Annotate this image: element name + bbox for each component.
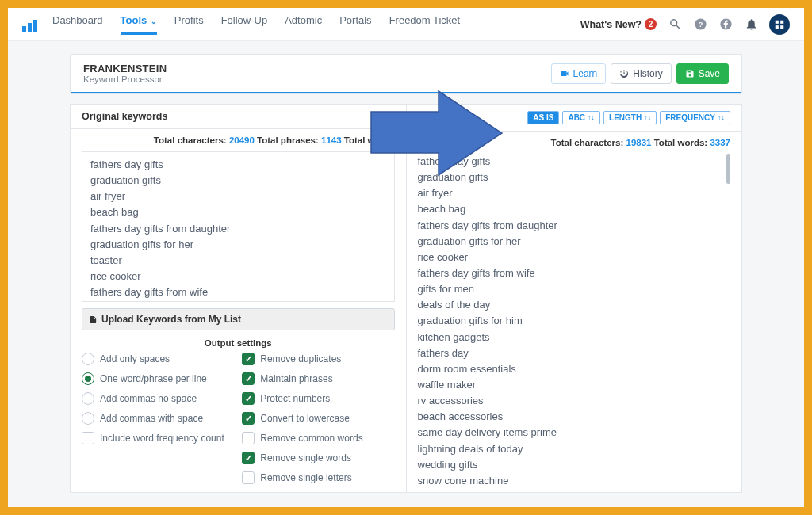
keyword-line: fathers day gifts from daughter (90, 221, 386, 237)
setting-option[interactable]: Maintain phrases (242, 372, 394, 385)
nav-dashboard[interactable]: Dashboard (52, 14, 103, 35)
original-panel: Original keywords Total characters: 2049… (70, 104, 407, 493)
learn-button[interactable]: Learn (551, 63, 607, 84)
check-icon (242, 452, 255, 464)
result-line: kitchen gadgets (418, 330, 731, 345)
setting-label: Convert to lowercase (260, 413, 350, 424)
setting-option[interactable]: One word/phrase per line (82, 372, 234, 385)
check-icon (242, 392, 255, 405)
setting-option[interactable]: Add commas with space (82, 412, 234, 425)
setting-label: Remove common words (260, 433, 362, 444)
output-settings: Add only spacesOne word/phrase per lineA… (71, 353, 406, 492)
main-nav: Dashboard Tools ⌄ Profits Follow-Up Adto… (52, 14, 460, 35)
result-line: fathers day (418, 345, 731, 361)
whats-new-link[interactable]: What's New? 2 (580, 18, 657, 30)
result-heading: Result (418, 113, 448, 124)
svg-rect-4 (780, 20, 783, 23)
setting-label: Include word frequency count (100, 433, 224, 444)
setting-option[interactable]: Remove duplicates (242, 353, 394, 365)
setting-label: Add only spaces (100, 353, 170, 364)
radio-icon (82, 372, 94, 385)
upload-keywords-button[interactable]: Upload Keywords from My List (82, 308, 395, 330)
file-icon (89, 315, 98, 324)
original-stats: Total characters: 20490 Total phrases: 1… (71, 129, 406, 151)
nav-tools[interactable]: Tools ⌄ (121, 14, 157, 35)
check-icon (242, 432, 255, 444)
svg-text:?: ? (698, 21, 703, 29)
page-title: FRANKENSTEIN (83, 63, 167, 74)
result-line: graduation gifts for her (418, 234, 731, 250)
sort-length[interactable]: LENGTH ↑↓ (603, 111, 657, 124)
user-avatar[interactable] (769, 14, 790, 35)
result-line: dorm room essentials (418, 361, 731, 377)
result-line: graduation gifts for him (418, 313, 731, 329)
whats-new-badge: 2 (645, 18, 657, 30)
keyword-line: toaster (90, 253, 386, 269)
history-button[interactable]: History (611, 63, 671, 84)
setting-option[interactable]: Remove single words (242, 452, 394, 464)
result-keywords-list[interactable]: fathers day giftsgraduation giftsair fry… (407, 154, 742, 486)
check-icon (242, 372, 255, 385)
radio-icon (82, 392, 94, 405)
setting-label: Remove duplicates (260, 353, 341, 364)
result-line: fathers day gifts from daughter (418, 218, 731, 234)
setting-label: Protect numbers (260, 393, 330, 404)
help-icon[interactable]: ? (693, 17, 707, 32)
topbar: Dashboard Tools ⌄ Profits Follow-Up Adto… (8, 8, 804, 41)
result-line: fathers day gifts from wife (418, 265, 731, 281)
result-line: snow cone machine (418, 473, 731, 486)
result-line: same day delivery items prime (418, 425, 731, 441)
setting-option[interactable]: Include word frequency count (82, 432, 234, 444)
keyword-line: grill (90, 300, 386, 302)
facebook-icon[interactable] (718, 17, 733, 32)
result-line: graduation gifts (418, 170, 731, 185)
output-settings-title: Output settings (71, 338, 406, 348)
sort-as is[interactable]: AS IS (527, 111, 559, 124)
keyword-line: fathers day gifts from wife (90, 284, 386, 300)
setting-label: Add commas with space (100, 413, 203, 424)
save-button[interactable]: Save (676, 63, 729, 84)
result-line: beach bag (418, 201, 731, 217)
original-heading: Original keywords (82, 111, 167, 122)
setting-option[interactable]: Add only spaces (82, 353, 234, 365)
result-line: wedding gifts (418, 457, 731, 473)
app-logo (22, 17, 38, 32)
scrollbar-thumb[interactable] (726, 154, 730, 184)
svg-rect-5 (776, 25, 779, 29)
keyword-line: air fryer (90, 189, 386, 204)
nav-adtomic[interactable]: Adtomic (285, 14, 322, 35)
check-icon (242, 353, 255, 365)
keyword-line: beach bag (90, 204, 386, 220)
sort-frequency[interactable]: FREQUENCY ↑↓ (660, 111, 730, 124)
setting-option[interactable]: Add commas no space (82, 392, 234, 405)
setting-option[interactable]: Remove common words (242, 432, 394, 444)
keyword-line: graduation gifts for her (90, 237, 386, 253)
setting-label: Remove single letters (260, 472, 351, 483)
nav-followup[interactable]: Follow-Up (221, 14, 268, 35)
keyword-line: fathers day gifts (90, 157, 386, 173)
sort-abc[interactable]: ABC ↑↓ (562, 111, 600, 124)
svg-rect-3 (776, 20, 779, 23)
nav-profits[interactable]: Profits (174, 14, 204, 35)
result-line: gifts for men (418, 281, 731, 297)
chevron-down-icon: ⌄ (148, 17, 157, 25)
result-line: rv accessories (418, 393, 731, 409)
result-line: waffle maker (418, 377, 731, 393)
search-icon[interactable] (668, 17, 682, 32)
check-icon (242, 412, 255, 425)
original-keywords-textarea[interactable]: fathers day giftsgraduation giftsair fry… (82, 151, 395, 302)
setting-option[interactable]: Remove single letters (242, 471, 394, 484)
result-line: deals of the day (418, 297, 731, 313)
result-line: lightning deals of today (418, 441, 731, 457)
setting-option[interactable]: Convert to lowercase (242, 412, 394, 425)
nav-freedom[interactable]: Freedom Ticket (389, 14, 461, 35)
nav-portals[interactable]: Portals (339, 14, 371, 35)
result-line: beach accessories (418, 409, 731, 425)
result-line: rice cooker (418, 250, 731, 265)
check-icon (242, 471, 255, 484)
setting-option[interactable]: Protect numbers (242, 392, 394, 405)
result-line: fathers day gifts (418, 154, 731, 170)
bell-icon[interactable] (744, 17, 758, 32)
setting-label: One word/phrase per line (100, 373, 207, 384)
keyword-line: graduation gifts (90, 173, 386, 189)
